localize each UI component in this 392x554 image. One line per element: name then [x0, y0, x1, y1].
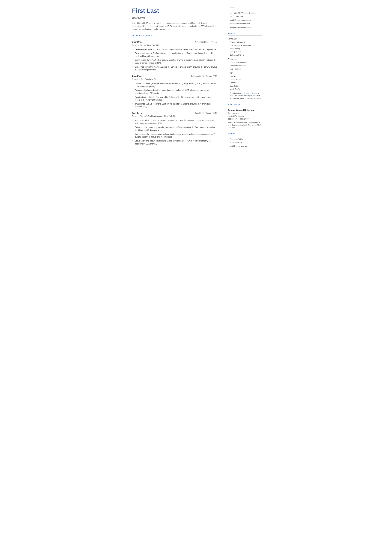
- list-item: Customer Satisfaction: [228, 61, 262, 64]
- hard-skills-label: Hard Skills:: [228, 37, 262, 40]
- tools-label: Tools:: [228, 71, 262, 74]
- job-header-1: Uber Driver November 2015 – Present: [132, 40, 217, 44]
- list-item: Auto Insurance: [228, 141, 262, 144]
- job-title-2: Chauffeur: [132, 75, 142, 78]
- summary: Uber driver with 10 years of experience …: [132, 22, 217, 31]
- list-item: Safe Driving: [228, 47, 262, 50]
- list-item: Four-door Vehicle: [228, 138, 262, 140]
- list-item: Driving (Advanced): [228, 41, 262, 44]
- list-item: Vomit Bag(s): [228, 88, 262, 91]
- list-item: Communicated with 4.1K riders about ETA …: [132, 59, 217, 64]
- job-chauffeur: Chauffeur February 2013 – October 2015 G…: [132, 75, 217, 108]
- list-item: Communicated with passengers while drivi…: [132, 133, 217, 139]
- contact-section: CONTACT Nashville, TN (Open to Remote) +…: [228, 6, 262, 28]
- list-item: Drove passengers to 2.3K destinations an…: [132, 52, 217, 58]
- list-item: Valid Driver's License: [228, 145, 262, 147]
- list-item: email@resumeworded.com: [228, 19, 262, 21]
- list-item: Defensive Driving: [228, 54, 262, 56]
- techniques-label: Techniques:: [228, 58, 262, 61]
- list-item: Responded to instructions from superviso…: [132, 89, 217, 95]
- list-item: Ensured all passengers were seated safel…: [132, 82, 217, 88]
- job-title: Uber Driver: [132, 16, 217, 20]
- job-dates-3: June 2010 – January 2013: [195, 112, 217, 114]
- list-item: Transportation: [228, 50, 262, 53]
- job-bullets-3: Maintained a friendly attitude towards c…: [132, 119, 217, 145]
- right-column: CONTACT Nashville, TN (Open to Remote) +…: [223, 0, 267, 201]
- skills-section: SKILLS Hard Skills: Driving (Advanced) C…: [228, 32, 262, 100]
- list-item: Map Reading: [228, 68, 262, 70]
- list-item: GOFAR: [228, 75, 262, 78]
- job-taxi-driver: Taxi Driver June 2010 – January 2013 Res…: [132, 112, 217, 145]
- job-company-3: Resume Worded's Exciting Company, New Yo…: [132, 115, 217, 118]
- list-item: Vehicle Maintenance: [228, 64, 262, 67]
- list-item: linkedin.com/in/username: [228, 22, 262, 25]
- list-item: Received zero tickets by following all t…: [132, 96, 217, 102]
- job-bullets-2: Ensured all passengers were seated safel…: [132, 82, 217, 108]
- edu-degree: Bachelor of Arts: [228, 112, 262, 115]
- list-item: Radarscope: [228, 82, 262, 84]
- promo-link[interactable]: Resume Worded: [244, 92, 257, 94]
- edu-awards: Awards: Resume Worded Teaching Fellow (o…: [228, 121, 262, 129]
- tools-list: GOFAR Phone Mount Radarscope Gas Buddy V…: [228, 75, 262, 91]
- list-item: Recorded zero customer complaints for 30…: [132, 126, 217, 132]
- resume-page: First Last Uber Driver Uber driver with …: [125, 0, 267, 201]
- job-dates-1: November 2015 – Present: [195, 41, 217, 43]
- job-header-3: Taxi Driver June 2010 – January 2013: [132, 112, 217, 115]
- other-section: OTHER Four-door Vehicle Auto Insurance V…: [228, 133, 262, 147]
- job-title-3: Taxi Driver: [132, 112, 143, 115]
- list-item: Chauffeuring (Experienced): [228, 44, 262, 47]
- job-bullets-1: Received over $3.8K in tips by driving c…: [132, 48, 217, 71]
- job-header-2: Chauffeur February 2013 – October 2015: [132, 75, 217, 78]
- other-list: Four-door Vehicle Auto Insurance Valid D…: [228, 138, 262, 147]
- job-dates-2: February 2013 – October 2015: [191, 75, 217, 77]
- list-item: Maintained a friendly attitude towards c…: [132, 119, 217, 125]
- work-experience-section-title: WORK EXPERIENCE: [132, 35, 217, 38]
- left-column: First Last Uber Driver Uber driver with …: [125, 0, 223, 201]
- list-item: github.com/resumeworded: [228, 26, 262, 28]
- education-section: EDUCATION Resume Worded University Bache…: [228, 103, 262, 129]
- other-section-title: OTHER: [228, 133, 262, 136]
- list-item: Conducted preventive maintenance on the …: [132, 66, 217, 71]
- contact-section-title: CONTACT: [228, 6, 262, 10]
- job-company-1: Resume Worded, New York, NY: [132, 44, 217, 47]
- list-item: +1-234-456-789: [228, 15, 262, 18]
- job-uber-driver: Uber Driver November 2015 – Present Resu…: [132, 40, 217, 71]
- list-item: Gas Buddy: [228, 85, 262, 87]
- job-company-2: Growthsi, San Francisco, CA: [132, 78, 217, 81]
- education-section-title: EDUCATION: [228, 103, 262, 107]
- promo-text: Don't forget to use Resume Worded to sca…: [228, 92, 262, 100]
- candidate-name: First Last: [132, 6, 217, 15]
- hard-skills-list: Driving (Advanced) Chauffeuring (Experie…: [228, 41, 262, 56]
- edu-institution: Resume Worded University: [228, 109, 262, 112]
- list-item: Received over $3.8K in tips by driving c…: [132, 48, 217, 51]
- skills-section-title: SKILLS: [228, 32, 262, 36]
- job-title-1: Uber Driver: [132, 40, 143, 44]
- list-item: Drove safely and followed traffic laws a…: [132, 140, 217, 145]
- list-item: Transported 1.3K VIP clients to and from…: [132, 103, 217, 108]
- edu-field: Applied Psychology: [228, 115, 262, 118]
- contact-list: Nashville, TN (Open to Remote) +1-234-45…: [228, 12, 262, 28]
- edu-dates: Boston, MA — May 2010: [228, 118, 262, 120]
- list-item: Phone Mount: [228, 78, 262, 81]
- list-item: Nashville, TN (Open to Remote): [228, 12, 262, 14]
- techniques-list: Customer Satisfaction Vehicle Maintenanc…: [228, 61, 262, 70]
